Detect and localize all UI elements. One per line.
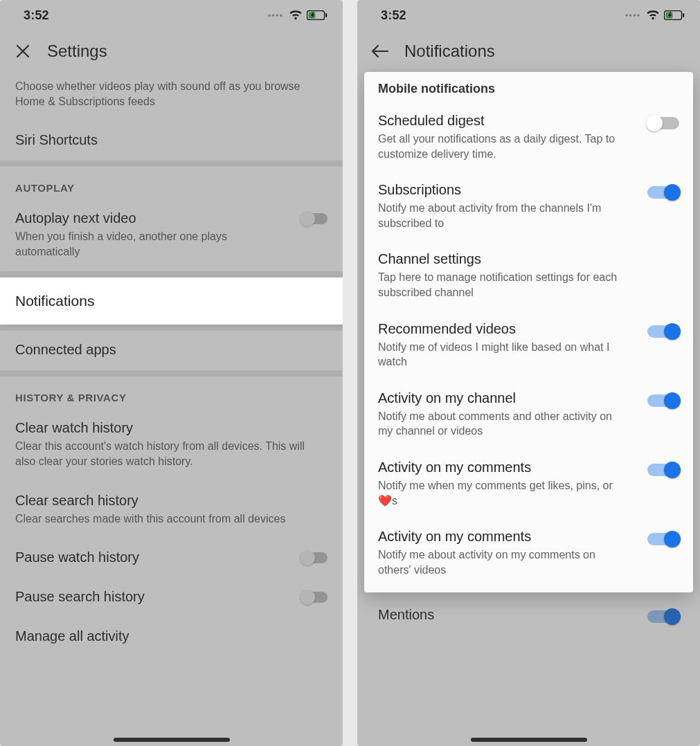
clear-search-history-item[interactable]: Clear search history Clear searches made… (0, 482, 343, 539)
mentions-item[interactable]: Mentions (357, 592, 700, 623)
notifications-item[interactable]: Notifications (0, 278, 343, 325)
home-indicator[interactable] (114, 738, 230, 742)
item-sub: Tap here to manage notification settings… (378, 270, 627, 300)
activity-on-my-comments-others-item[interactable]: Activity on my comments Notify me about … (378, 519, 679, 588)
activity-on-my-channel-item[interactable]: Activity on my channel Notify me about c… (378, 381, 679, 450)
item-title: Activity on my comments (378, 529, 640, 545)
app-header: Notifications (357, 30, 700, 72)
status-time: 3:52 (381, 8, 406, 23)
section-divider (0, 370, 343, 376)
status-right: •••• (625, 10, 685, 21)
item-title: Subscriptions (378, 182, 640, 198)
item-title: Activity on my channel (378, 390, 640, 406)
connected-apps-label: Connected apps (15, 342, 327, 358)
activity-on-my-comments-likes-item[interactable]: Activity on my comments Notify me when m… (378, 450, 679, 519)
close-icon[interactable] (14, 42, 32, 60)
scheduled-digest-item[interactable]: Scheduled digest Get all your notificati… (378, 103, 679, 172)
wifi-icon (646, 10, 660, 20)
wifi-icon (289, 10, 303, 20)
connected-apps-item[interactable]: Connected apps (0, 331, 343, 370)
channel-settings-item[interactable]: Channel settings Tap here to manage noti… (378, 242, 679, 311)
pause-search-toggle[interactable] (300, 592, 327, 603)
section-divider (0, 161, 343, 167)
manage-all-label: Manage all activity (15, 628, 327, 644)
pause-search-title: Pause search history (15, 589, 293, 605)
subscriptions-toggle[interactable] (647, 186, 679, 199)
clear-watch-history-item[interactable]: Clear watch history Clear this account's… (0, 409, 343, 481)
siri-shortcuts-label: Siri Shortcuts (15, 132, 327, 148)
svg-rect-2 (325, 13, 327, 17)
item-sub: Get all your notifications as a daily di… (378, 131, 627, 161)
battery-icon (307, 10, 327, 20)
recommended-videos-toggle[interactable] (647, 325, 679, 338)
cell-signal-icon: •••• (268, 10, 283, 21)
item-sub: Notify me about activity on my comments … (378, 547, 627, 577)
app-header: Settings (0, 30, 343, 72)
scheduled-digest-toggle[interactable] (647, 117, 679, 129)
clear-search-sub: Clear searches made with this account fr… (15, 511, 327, 527)
pause-search-history-item[interactable]: Pause search history (0, 578, 343, 617)
section-divider (0, 325, 343, 331)
pause-watch-toggle[interactable] (300, 552, 327, 563)
siri-shortcuts-item[interactable]: Siri Shortcuts (0, 121, 343, 161)
status-bar: 3:52 •••• (0, 0, 343, 30)
settings-list: Choose whether videos play with sound of… (0, 72, 343, 161)
item-title: Channel settings (378, 251, 679, 267)
muted-playback-item[interactable]: Choose whether videos play with sound of… (0, 72, 343, 121)
pause-watch-history-item[interactable]: Pause watch history (0, 538, 343, 578)
phone-right: 3:52 •••• Notifications Mobile notificat… (357, 0, 700, 746)
home-indicator[interactable] (471, 738, 587, 742)
item-sub: Notify me of videos I might like based o… (378, 340, 627, 370)
section-autoplay-header: AUTOPLAY (0, 167, 343, 199)
cell-signal-icon: •••• (625, 10, 640, 21)
item-title: Recommended videos (378, 321, 640, 337)
item-title: Activity on my comments (378, 460, 640, 475)
status-right: •••• (268, 10, 327, 21)
activity-comments-others-toggle[interactable] (647, 533, 679, 545)
manage-all-activity-item[interactable]: Manage all activity (0, 617, 343, 647)
section-divider (0, 271, 343, 278)
card-header: Mobile notifications (378, 82, 679, 96)
activity-channel-toggle[interactable] (647, 394, 679, 407)
mentions-label: Mentions (378, 607, 434, 623)
autoplay-next-video-item[interactable]: Autoplay next video When you finish a vi… (0, 199, 343, 271)
back-icon[interactable] (371, 42, 389, 60)
subscriptions-item[interactable]: Subscriptions Notify me about activity f… (378, 172, 679, 242)
activity-comments-likes-toggle[interactable] (647, 464, 679, 476)
item-sub: Notify me when my comments get likes, pi… (378, 478, 627, 508)
autoplay-sub: When you finish a video, another one pla… (15, 229, 293, 259)
autoplay-toggle[interactable] (300, 213, 327, 224)
item-title: Scheduled digest (378, 113, 640, 129)
clear-watch-title: Clear watch history (15, 420, 327, 436)
status-time: 3:52 (24, 8, 49, 23)
clear-search-title: Clear search history (15, 493, 327, 509)
svg-rect-5 (683, 13, 684, 17)
item-sub: Notify me about comments and other activ… (378, 409, 627, 439)
section-history-header: HISTORY & PRIVACY (0, 376, 343, 409)
autoplay-title: Autoplay next video (15, 210, 293, 226)
status-bar: 3:52 •••• (357, 0, 700, 30)
mobile-notifications-card: Mobile notifications Scheduled digest Ge… (364, 72, 693, 592)
battery-icon (664, 10, 685, 20)
phone-left: 3:52 •••• Settings Choose whether videos… (0, 0, 343, 746)
muted-playback-desc: Choose whether videos play with sound of… (15, 79, 327, 109)
notifications-label: Notifications (15, 293, 327, 309)
page-title: Notifications (404, 42, 495, 61)
mentions-toggle[interactable] (647, 610, 679, 623)
page-title: Settings (47, 42, 107, 61)
clear-watch-sub: Clear this account's watch history from … (15, 439, 327, 468)
pause-watch-title: Pause watch history (15, 549, 293, 565)
item-sub: Notify me about activity from the channe… (378, 201, 627, 230)
recommended-videos-item[interactable]: Recommended videos Notify me of videos I… (378, 311, 679, 381)
